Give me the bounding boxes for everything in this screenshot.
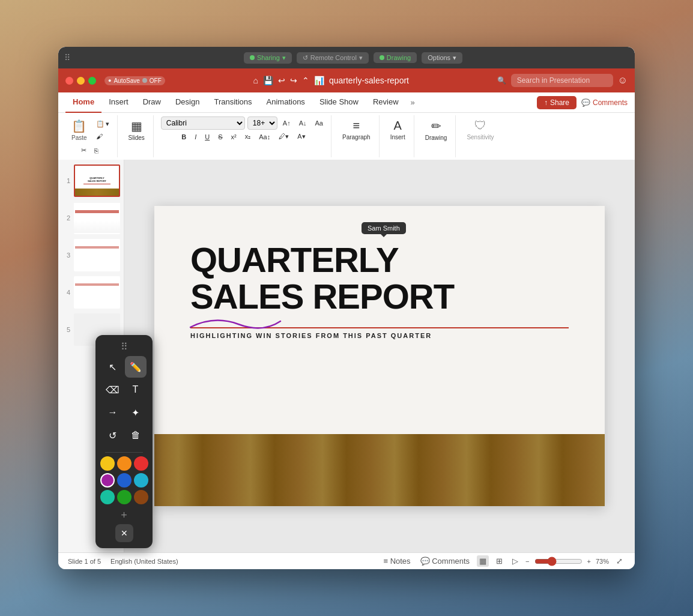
cut-button[interactable]: ✂ [78,145,89,156]
close-button[interactable] [65,77,73,85]
tab-draw[interactable]: Draw [136,92,168,113]
undo-draw-button[interactable]: ↺ [102,424,124,446]
highlight-button[interactable]: 🖊▾ [276,131,292,142]
superscript-button[interactable]: x² [228,131,240,142]
font-color-button[interactable]: A▾ [294,131,308,142]
copy-button[interactable]: ⎘ [91,145,101,156]
fit-to-window-button[interactable]: ⤢ [614,555,625,567]
color-cyan[interactable] [134,473,148,488]
eraser-tool-button[interactable]: ⌫ [102,379,124,400]
search-input[interactable] [511,74,613,87]
apps-icon[interactable]: ⠿ [64,53,70,62]
add-color-button[interactable]: + [121,509,127,522]
list-item[interactable]: 3 [62,239,120,271]
eraser-tool-icon: ⌫ [106,384,120,396]
arrow-tool-button[interactable]: → [102,402,124,423]
sharing-button[interactable]: Sharing ▾ [244,52,292,64]
save-icon[interactable]: 💾 [263,76,273,85]
insert-button[interactable]: A Insert [387,116,409,143]
list-item[interactable]: 1 QUARTERLYSALES REPORT [62,165,120,197]
text-tool-button[interactable]: T [125,379,147,400]
paragraph-button[interactable]: ≡ Paragraph [339,116,374,143]
color-teal[interactable] [100,490,115,504]
slide-number-4: 4 [62,289,70,296]
slide-thumbnail-1[interactable]: QUARTERLYSALES REPORT [74,165,120,197]
paste-button[interactable]: 📋 Paste [68,116,91,143]
font-size-decrease-button[interactable]: A↓ [296,118,310,128]
clear-formatting-button[interactable]: Aa [312,118,326,128]
color-blue[interactable] [117,473,132,488]
undo-icon[interactable]: ↩ [278,76,285,85]
color-green[interactable] [117,490,132,504]
slide-wood-floor [154,434,605,506]
more-tabs-icon[interactable]: » [406,98,420,107]
comments-status-button[interactable]: 💬 Comments [418,555,472,567]
sensitivity-button[interactable]: 🛡 Sensitivity [463,116,497,143]
slides-label: Slides [129,134,145,141]
comments-button[interactable]: 💬 Comments [581,98,628,107]
slide-info: Slide 1 of 5 [68,558,101,565]
color-purple[interactable] [100,473,115,488]
list-item[interactable]: 4 [62,276,120,309]
subscript-button[interactable]: x₂ [242,131,254,142]
paste-options-button[interactable]: 📋 ▾ [93,118,112,130]
slide-main[interactable]: QUARTERLY SALES REPORT Sam Smith [154,206,605,506]
delete-draw-button[interactable]: 🗑 [125,424,147,446]
emoji-button[interactable]: ☺ [618,75,628,86]
remote-label: Remote Control [310,54,357,61]
color-orange[interactable] [117,456,132,471]
notes-button[interactable]: ≡ Notes [381,555,413,567]
tab-home[interactable]: Home [65,92,101,113]
slide-thumbnail-4[interactable] [74,276,120,309]
share-button[interactable]: ↑ Share [537,96,576,109]
options-button[interactable]: Options ▾ [422,52,462,64]
close-drawing-toolbar-button[interactable]: ✕ [115,524,133,542]
text-case-button[interactable]: Aa↕ [256,131,273,142]
slide-sorter-button[interactable]: ⊞ [494,555,505,567]
drawing-group: ✏ Drawing [417,115,456,157]
slide-thumbnail-2[interactable] [74,202,120,234]
color-red[interactable] [134,456,148,471]
drawing-button[interactable]: Drawing [374,52,417,63]
options-chevron: ▾ [453,54,456,62]
minimize-button[interactable] [77,77,85,85]
maximize-button[interactable] [88,77,96,85]
thumb-wood-1 [75,189,119,196]
tab-review[interactable]: Review [366,92,406,113]
normal-view-button[interactable]: ▦ [477,555,489,567]
color-brown[interactable] [134,490,148,504]
tab-design[interactable]: Design [168,92,207,113]
cursor-tool-button[interactable]: ↖ [102,356,124,378]
slide-thumbnail-3[interactable] [74,239,120,271]
font-size-select[interactable]: 18+ [247,116,277,130]
list-item[interactable]: 2 [62,202,120,234]
tab-animations[interactable]: Animations [259,92,312,113]
bold-button[interactable]: B [178,131,189,142]
insert-group: A Insert [382,115,414,157]
slides-button[interactable]: ▦ Slides [125,116,148,143]
sensitivity-label: Sensitivity [467,134,494,140]
color-yellow[interactable] [100,456,115,471]
redo-icon[interactable]: ↪ [290,76,297,85]
font-size-increase-button[interactable]: A↑ [280,118,294,128]
tab-insert[interactable]: Insert [101,92,136,113]
tab-slideshow[interactable]: Slide Show [312,92,366,113]
strikethrough-button[interactable]: S [215,131,225,142]
underline-button[interactable]: U [202,131,213,142]
pen-tool-button[interactable]: ✏️ [125,356,147,378]
zoom-slider[interactable] [534,557,583,566]
effect-tool-button[interactable]: ✦ [125,402,147,423]
remote-control-button[interactable]: ↺ Remote Control ▾ [297,52,369,64]
color-divider [105,452,143,453]
tab-transitions[interactable]: Transitions [207,92,259,113]
home-icon[interactable]: ⌂ [253,76,258,85]
italic-button[interactable]: I [192,131,199,142]
font-family-select[interactable]: Calibri [161,116,245,130]
format-painter-button[interactable]: 🖌 [93,131,112,142]
title-bar-center: ⌂ 💾 ↩ ↪ ⌃ 📊 quarterly-sales-report [170,76,492,85]
reading-view-button[interactable]: ▷ [510,555,521,567]
drawing-tool-button[interactable]: ✏ Drawing [422,116,451,143]
title-line-1: QUARTERLY [190,242,569,279]
color-grid [100,456,148,504]
collapse-icon[interactable]: ⌃ [302,76,309,85]
